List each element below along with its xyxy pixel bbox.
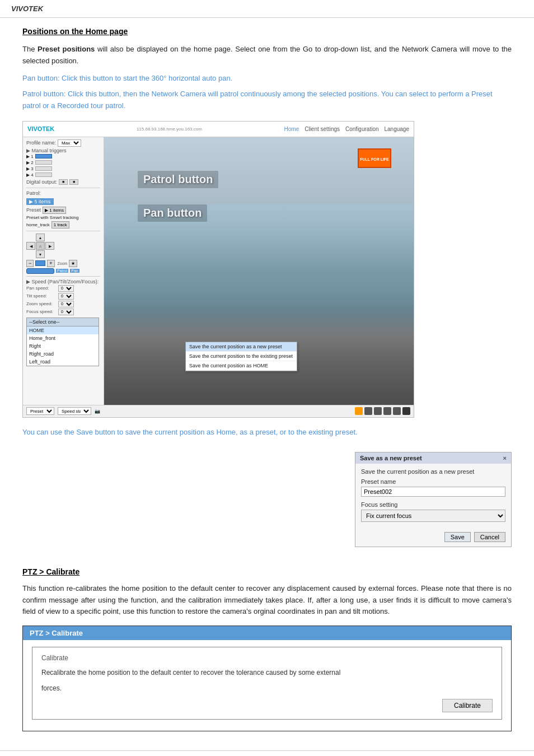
popup-preset-name-input[interactable] [361,487,505,497]
preset-dropdown-menu: --Select one-- HOME Home_front Right Rig… [26,318,99,366]
pan-link[interactable]: Pan [22,74,35,82]
calibrate-inner-title: Calibrate [41,654,493,662]
patrol-btn-row: ▶ 5 items [26,198,100,206]
popup-close-btn[interactable]: × [503,455,507,461]
speed-label: ▶ Speed (Pan/Tilt/Zoom/Focus): [26,279,100,284]
zoom-in-btn[interactable]: + [47,260,54,267]
ctx-save-existing[interactable]: Save the current position to the existin… [186,352,297,361]
calibrate-box-body: Calibrate Recalibrate the home position … [23,640,511,731]
zoom-speed-row: Zoom speed: 0 [26,301,100,307]
calibrate-description-2: forces. [41,683,493,693]
context-menu: Save the current position as a new prese… [185,342,297,371]
ptz-up-btn[interactable]: ▲ [36,234,45,241]
patrol-link[interactable]: Patrol [22,90,41,98]
dropdown-item-home-front[interactable]: Home_front [27,334,99,342]
popup-body: Save the current position as a new prese… [355,464,511,532]
focus-speed-select[interactable]: 0 [58,309,74,315]
dropdown-item-right-road[interactable]: Right_road [27,350,99,358]
focus-speed-label: Focus speed: [26,309,57,314]
dropdown-item-right[interactable]: Right [27,342,99,350]
pan-description: Pan button: Click this button to start t… [22,73,512,85]
ctx-save-new[interactable]: Save the current position as a new prese… [186,342,297,352]
camera-screenshot: VIVOTEK 115.68.93.168.hme.you.163.com Ho… [22,121,414,418]
footer-icon-btn[interactable]: 📷 [95,409,100,414]
footer-icons [355,407,410,415]
cam-nav: Home Client settings Configuration Langu… [284,126,409,132]
footer-speed-select[interactable]: Speed stay [58,407,91,415]
dropdown-item-home[interactable]: HOME [27,326,99,334]
ad-board: FULL FOR LIFE [358,148,391,168]
footer-icon-gray1[interactable] [364,407,372,415]
ptz-right-btn[interactable]: ▶ [45,242,54,250]
cam-footer: Preset Speed stay 📷 [23,405,414,417]
footer-icon-gray3[interactable] [383,407,391,415]
profile-select[interactable]: Max [58,139,81,147]
digital-output-label: Digital output: [26,179,57,185]
ptz-empty-br [45,250,54,258]
trigger-row-4: ▶ 4 [26,172,100,178]
calibrate-inner: Calibrate Recalibrate the home position … [32,647,502,720]
nav-client[interactable]: Client settings [305,126,340,132]
nav-home[interactable]: Home [284,126,299,132]
preset-go-btn[interactable]: ▶ 1 items [43,207,66,214]
ptz-empty-bl [26,250,35,258]
ptz-left-btn[interactable]: ◀ [26,242,35,250]
dropdown-item-left-road[interactable]: Left_road [27,358,99,366]
calibrate-button[interactable]: Calibrate [442,699,493,712]
pan-text: button: Click this button to start the 3… [35,74,232,82]
calibrate-description-1: Recalibrate the home position to the def… [41,668,493,678]
section2-title: PTZ > Calibrate [22,567,512,576]
pan-speed-select[interactable]: 0 [58,285,74,292]
cam-body: Profile name: Max ▶ Manual triggers ▶ 1 … [23,137,414,405]
dropdown-header: --Select one-- [27,318,99,326]
focus-btn[interactable]: ★ [69,260,77,267]
pan-start-btn[interactable]: Pan [70,269,79,273]
zoom-speed-select[interactable]: 0 [58,301,74,307]
footer-preset-select[interactable]: Preset [26,407,54,415]
ptz-empty-tl [26,234,35,241]
intro-paragraph: The Preset positions will also be displa… [22,44,512,67]
smart-tracking-label: Preset with Smart tracking [26,215,100,220]
patrol-sidebar-label: Patrol: [26,190,41,196]
footer-icon-orange[interactable] [355,407,363,415]
save-note-text: You can use the Save button to save the … [22,427,512,438]
nav-config[interactable]: Configuration [345,126,378,132]
calibrate-intro: This function re-calibrates the home pos… [22,583,512,618]
ctx-save-home[interactable]: Save the current position as HOME [186,361,297,371]
preset-row: Preset ▶ 1 items [26,207,100,214]
intro-bold: Preset positions [38,45,95,53]
save-note-link[interactable]: You can use the Save button to [22,428,123,436]
popup-save-label: Save the current position as a new prese… [361,468,505,475]
footer-icon-dark[interactable] [402,407,410,415]
trigger-row-3: ▶ 3 [26,166,100,171]
preset-sidebar-label: Preset [26,207,41,213]
cam-brand: VIVOTEK [27,125,54,132]
footer-icon-gray2[interactable] [374,407,382,415]
popup-focus-select[interactable]: Fix current focus [361,510,505,522]
cam-video-area: FULL FOR LIFE Patrol button Pan button 1… [104,137,414,405]
tilt-speed-select[interactable]: 0 [58,293,74,300]
focus-speed-row: Focus speed: 0 [26,309,100,315]
popup-container: Save as a new preset × Save the current … [22,446,512,556]
pan-button-overlay: Pan button [138,204,207,222]
popup-focus-label: Focus setting [361,501,505,508]
footer-icon-gray4[interactable] [393,407,401,415]
calibrate-box: PTZ > Calibrate Calibrate Recalibrate th… [22,626,512,731]
trigger-row-1: ▶ 1 [26,154,100,159]
home-track-btn[interactable]: 1 track [51,221,69,228]
calibrate-box-header: PTZ > Calibrate [23,626,511,640]
patrol-button-ui[interactable]: ▶ 5 items [26,198,54,205]
nav-language[interactable]: Language [385,126,410,132]
ptz-down-btn[interactable]: ▼ [36,250,45,258]
popup-footer: Save Cancel [355,532,511,547]
zoom-focus-row: − + Zoom ★ [26,260,100,267]
intro-rest: will also be displayed on the home page.… [22,45,512,65]
brand-logo: VIVOTEK [11,4,43,13]
popup-preset-name-label: Preset name [361,478,505,485]
patrol-start-btn[interactable]: Patrol [56,269,68,273]
save-note-rest: save the current position as Home, as a … [123,428,357,436]
ptz-home-btn[interactable]: ⌂ [36,242,45,250]
popup-cancel-btn[interactable]: Cancel [474,532,505,542]
zoom-out-btn[interactable]: − [26,260,34,267]
popup-save-btn[interactable]: Save [444,532,471,542]
